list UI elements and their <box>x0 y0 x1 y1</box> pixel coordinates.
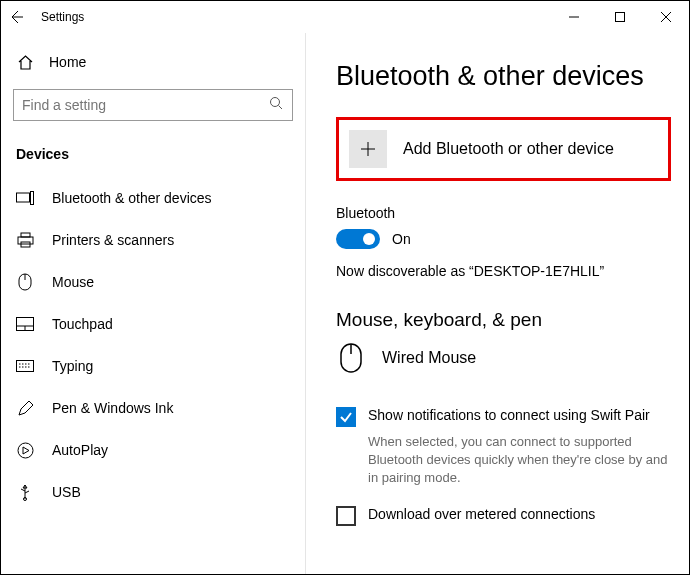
svg-rect-8 <box>21 233 30 237</box>
svg-rect-7 <box>31 192 34 205</box>
sidebar-item-touchpad[interactable]: Touchpad <box>1 303 305 345</box>
devices-icon <box>16 189 34 207</box>
sidebar-item-printers[interactable]: Printers & scanners <box>1 219 305 261</box>
add-device-label: Add Bluetooth or other device <box>403 140 614 158</box>
keyboard-icon <box>16 357 34 375</box>
sidebar-home-label: Home <box>49 54 86 70</box>
metered-label: Download over metered connections <box>368 506 595 522</box>
swift-pair-checkbox[interactable] <box>336 407 356 427</box>
sidebar-category: Devices <box>1 136 305 177</box>
section-mouse-keyboard: Mouse, keyboard, & pen <box>336 309 671 331</box>
back-button[interactable] <box>1 1 31 33</box>
sidebar: Home Devices Bluetooth & other devices P… <box>1 33 306 574</box>
mouse-icon <box>336 339 366 377</box>
svg-point-4 <box>271 97 280 106</box>
search-icon <box>269 96 284 115</box>
close-button[interactable] <box>643 1 689 33</box>
nav-label: Touchpad <box>52 316 113 332</box>
pen-icon <box>16 399 34 417</box>
swift-pair-help: When selected, you can connect to suppor… <box>368 433 671 488</box>
nav-label: Mouse <box>52 274 94 290</box>
nav-label: Pen & Windows Ink <box>52 400 173 416</box>
nav-label: AutoPlay <box>52 442 108 458</box>
autoplay-icon <box>16 441 34 459</box>
nav-label: Printers & scanners <box>52 232 174 248</box>
sidebar-item-autoplay[interactable]: AutoPlay <box>1 429 305 471</box>
swift-pair-label: Show notifications to connect using Swif… <box>368 407 650 423</box>
device-name: Wired Mouse <box>382 349 476 367</box>
sidebar-item-pen[interactable]: Pen & Windows Ink <box>1 387 305 429</box>
printer-icon <box>16 231 34 249</box>
bluetooth-toggle[interactable] <box>336 229 380 249</box>
bluetooth-state: On <box>392 231 411 247</box>
plus-icon <box>349 130 387 168</box>
usb-icon <box>16 483 34 501</box>
home-icon <box>16 53 34 71</box>
search-input[interactable] <box>22 97 269 113</box>
minimize-button[interactable] <box>551 1 597 33</box>
sidebar-item-mouse[interactable]: Mouse <box>1 261 305 303</box>
touchpad-icon <box>16 315 34 333</box>
svg-rect-6 <box>17 193 30 202</box>
nav-label: USB <box>52 484 81 500</box>
maximize-button[interactable] <box>597 1 643 33</box>
sidebar-item-usb[interactable]: USB <box>1 471 305 513</box>
nav-label: Typing <box>52 358 93 374</box>
window-title: Settings <box>31 10 84 24</box>
discoverable-text: Now discoverable as “DESKTOP-1E7HLIL” <box>336 263 671 279</box>
bluetooth-label: Bluetooth <box>336 205 671 221</box>
svg-rect-16 <box>17 361 34 372</box>
sidebar-item-typing[interactable]: Typing <box>1 345 305 387</box>
nav-label: Bluetooth & other devices <box>52 190 212 206</box>
sidebar-item-bluetooth[interactable]: Bluetooth & other devices <box>1 177 305 219</box>
metered-checkbox[interactable] <box>336 506 356 526</box>
mouse-icon <box>16 273 34 291</box>
svg-rect-1 <box>616 13 625 22</box>
sidebar-home[interactable]: Home <box>1 43 305 81</box>
search-input-wrap[interactable] <box>13 89 293 121</box>
svg-rect-9 <box>18 237 33 244</box>
main-panel: Bluetooth & other devices Add Bluetooth … <box>306 33 689 574</box>
svg-line-5 <box>279 105 283 109</box>
add-device-button[interactable]: Add Bluetooth or other device <box>336 117 671 181</box>
device-wired-mouse[interactable]: Wired Mouse <box>336 339 671 377</box>
page-title: Bluetooth & other devices <box>336 61 671 92</box>
svg-point-19 <box>18 443 33 458</box>
